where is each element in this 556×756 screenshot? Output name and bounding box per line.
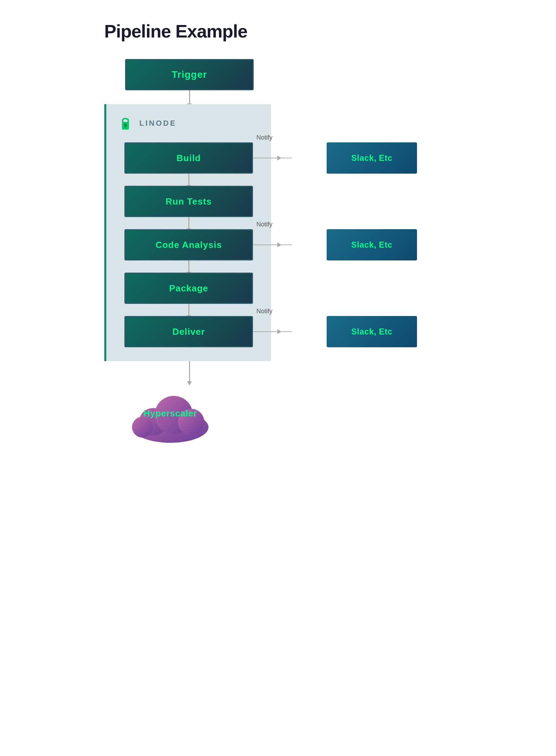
- cloud-shape: Hyperscaler: [122, 382, 219, 445]
- notify-text-build: Notify: [256, 134, 272, 141]
- notify-arrow-deliver: [277, 329, 281, 334]
- notify-line-build: [253, 158, 277, 158]
- step-label-runtests: Run Tests: [166, 196, 212, 207]
- linode-container: LINODE Build Notify: [104, 104, 271, 361]
- notify-branch-deliver: Notify Slack, Etc: [253, 316, 417, 347]
- notify-arrow-build: [277, 156, 281, 160]
- connector-linode-to-cloud: [189, 361, 190, 382]
- linode-label: LINODE: [139, 119, 177, 128]
- slack-label-deliver: Slack, Etc: [351, 327, 392, 337]
- step-row-runtests: Run Tests: [124, 186, 253, 217]
- connector-package-deliver: [188, 304, 189, 316]
- step-label-build: Build: [177, 153, 201, 164]
- step-label-package: Package: [169, 283, 208, 294]
- step-row-deliver: Deliver Notify Slack, Etc: [124, 316, 253, 347]
- step-row-codeanalysis: Code Analysis Notify Slack, Etc: [124, 229, 253, 260]
- slack-label-codeanalysis: Slack, Etc: [351, 240, 392, 250]
- page-container: Pipeline Example Trigger: [104, 21, 452, 735]
- step-row-build: Build Notify Slack, Etc: [124, 142, 253, 174]
- connector-trigger-to-linode: [189, 90, 190, 104]
- step-row-package: Package: [124, 273, 253, 304]
- slack-block-codeanalysis: Slack, Etc: [327, 229, 417, 260]
- slack-label-build: Slack, Etc: [351, 153, 392, 163]
- notify-text-deliver: Notify: [256, 308, 272, 315]
- notify-line-codeanalysis: [253, 244, 277, 245]
- svg-rect-2: [125, 125, 126, 127]
- step-block-deliver: Deliver: [124, 316, 253, 347]
- diagram-wrapper: Trigger LINODE: [104, 59, 452, 445]
- connector-runtests-codeanalysis: [188, 217, 189, 229]
- notify-branch-codeanalysis: Notify Slack, Etc: [253, 229, 417, 260]
- cloud-container: Hyperscaler: [104, 382, 219, 445]
- hyperscaler-label: Hyperscaler: [144, 408, 197, 419]
- notify-text-codeanalysis: Notify: [256, 221, 272, 228]
- trigger-block: Trigger: [125, 59, 254, 90]
- notify-branch-build: Notify Slack, Etc: [253, 142, 417, 174]
- notify-line-deliver: [253, 331, 277, 332]
- linode-header: LINODE: [117, 115, 261, 132]
- step-block-runtests: Run Tests: [124, 186, 253, 217]
- step-label-codeanalysis: Code Analysis: [155, 240, 222, 250]
- step-block-package: Package: [124, 273, 253, 304]
- connector-codeanalysis-package: [188, 260, 189, 273]
- step-block-build: Build: [124, 142, 253, 174]
- step-label-deliver: Deliver: [172, 326, 205, 337]
- connector-build-runtests: [188, 174, 189, 186]
- trigger-label: Trigger: [172, 69, 207, 80]
- lock-icon: [117, 115, 134, 132]
- page-title: Pipeline Example: [104, 21, 452, 42]
- slack-block-deliver: Slack, Etc: [327, 316, 417, 347]
- pipeline-steps: Build Notify Slack, Etc: [117, 142, 261, 347]
- step-block-codeanalysis: Code Analysis: [124, 229, 253, 260]
- svg-point-7: [132, 417, 153, 438]
- slack-block-build: Slack, Etc: [327, 142, 417, 174]
- notify-arrow-codeanalysis: [277, 242, 281, 247]
